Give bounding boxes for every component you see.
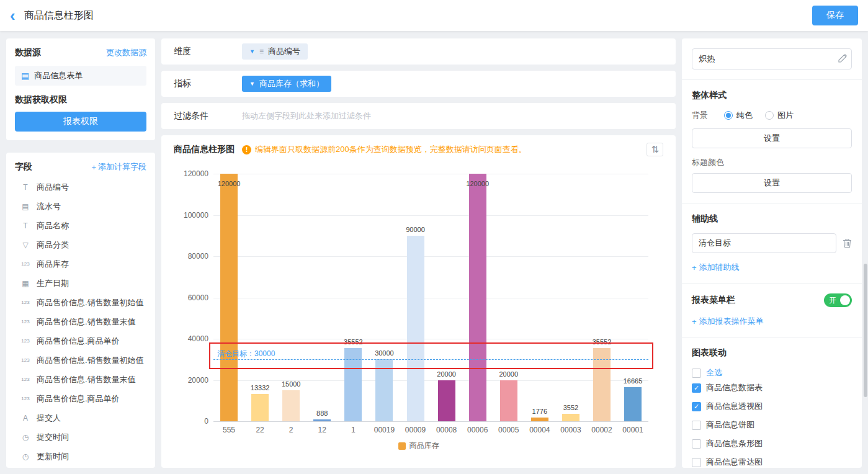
bar-slot: 1776 xyxy=(524,174,555,421)
dimension-tag[interactable]: ▼ ≡ 商品编号 xyxy=(242,43,308,60)
field-item[interactable]: 123商品售价信息.销售数量初始值 xyxy=(15,351,146,370)
metric-tag[interactable]: ▼ 商品库存（求和） xyxy=(242,76,331,92)
reference-line xyxy=(213,359,648,360)
select-all-checkbox[interactable] xyxy=(692,369,701,378)
bar-slot: 30000 xyxy=(369,174,400,421)
bg-image-radio[interactable]: 图片 xyxy=(765,110,794,121)
add-aux-line-link[interactable]: + 添加辅助线 xyxy=(692,262,740,273)
background-label: 背景 xyxy=(692,110,708,121)
trash-icon[interactable] xyxy=(843,238,852,248)
person-icon: A xyxy=(20,414,31,423)
number-icon: 123 xyxy=(20,357,31,363)
bar-22[interactable] xyxy=(251,394,269,421)
field-item[interactable]: 123商品售价信息.销售数量末值 xyxy=(15,312,146,331)
bar-00008[interactable] xyxy=(438,380,455,422)
checkbox-checked-icon[interactable]: ✓ xyxy=(692,383,701,393)
datasource-name: 商品信息表单 xyxy=(34,70,83,81)
field-item[interactable]: 123商品售价信息.商品单价 xyxy=(15,389,146,408)
bar-slot: 16665 xyxy=(617,174,648,421)
x-axis-tick: 00009 xyxy=(400,426,431,434)
date-icon: ▦ xyxy=(20,279,31,288)
bar-value-label: 30000 xyxy=(375,349,394,357)
title-color-label: 标题颜色 xyxy=(692,157,852,168)
sort-icon[interactable]: ⇅ xyxy=(647,143,663,156)
bar-00004[interactable] xyxy=(531,418,548,421)
field-item[interactable]: 123商品售价信息.销售数量末值 xyxy=(15,370,146,389)
fields-panel: 字段 + 添加计算字段 T商品编号▤流水号T商品名称▽商品分类123商品库存▦生… xyxy=(6,153,155,468)
bar-value-label: 13332 xyxy=(251,384,270,391)
number-icon: 123 xyxy=(20,338,31,344)
bg-solid-radio[interactable]: 纯色 xyxy=(724,110,753,121)
back-icon[interactable]: ‹ xyxy=(10,9,16,22)
radio-checked-icon xyxy=(724,111,733,120)
y-axis-tick: 80000 xyxy=(175,252,208,261)
title-color-set-button[interactable]: 设置 xyxy=(692,173,852,193)
field-item[interactable]: ▤流水号 xyxy=(15,197,146,216)
document-icon: ▤ xyxy=(21,71,29,81)
checkbox-checked-icon[interactable]: ✓ xyxy=(692,402,701,411)
add-calc-field-link[interactable]: + 添加计算字段 xyxy=(91,161,146,172)
field-label: 提交人 xyxy=(37,413,61,424)
bar-00001[interactable] xyxy=(624,387,642,421)
save-button[interactable]: 保存 xyxy=(812,6,858,25)
warning-icon: ! xyxy=(242,145,251,154)
field-item[interactable]: ▽商品分类 xyxy=(15,235,146,254)
chart-title-input[interactable] xyxy=(692,48,852,69)
plus-icon: + xyxy=(91,163,96,172)
checkbox-unchecked-icon[interactable] xyxy=(692,458,701,467)
bar-2[interactable] xyxy=(282,390,300,421)
field-item[interactable]: T商品编号 xyxy=(15,177,146,197)
field-label: 商品售价信息.商品单价 xyxy=(37,336,120,347)
x-axis-tick: 00008 xyxy=(431,426,462,434)
linkage-item[interactable]: 商品信息条形图 xyxy=(692,434,852,453)
field-item[interactable]: ◷提交时间 xyxy=(15,427,146,447)
field-item[interactable]: 123商品售价信息.销售数量初始值 xyxy=(15,293,146,312)
bar-slot: 15000 xyxy=(275,174,306,421)
x-axis-tick: 00004 xyxy=(524,426,555,434)
edit-icon[interactable] xyxy=(838,54,847,65)
page-scrollbar[interactable] xyxy=(864,264,867,397)
add-report-menu-link[interactable]: + 添加报表操作菜单 xyxy=(692,316,764,327)
bar-555[interactable] xyxy=(220,174,238,421)
field-item[interactable]: ◷更新时间 xyxy=(15,447,146,466)
filter-row[interactable]: 过滤条件 拖动左侧字段到此处来添加过滤条件 xyxy=(161,103,676,129)
checkbox-unchecked-icon[interactable] xyxy=(692,439,701,449)
field-label: 商品名称 xyxy=(37,220,69,231)
field-label: 商品编号 xyxy=(37,182,69,193)
linkage-item[interactable]: 商品信息饼图 xyxy=(692,416,852,434)
linkage-item[interactable]: 商品信息雷达图 xyxy=(692,453,852,468)
bar-12[interactable] xyxy=(313,419,331,421)
bar-00003[interactable] xyxy=(562,414,579,421)
field-item[interactable]: ▦生产日期 xyxy=(15,274,146,293)
bar-00005[interactable] xyxy=(500,380,517,422)
report-permission-button[interactable]: 报表权限 xyxy=(15,112,146,132)
x-axis-tick: 00003 xyxy=(555,426,586,434)
bar-00006[interactable] xyxy=(469,174,486,421)
field-item[interactable]: A提交人 xyxy=(15,408,146,427)
aux-line-input[interactable] xyxy=(692,233,836,253)
main-content: 数据源 更改数据源 ▤ 商品信息表单 数据获取权限 报表权限 字段 + 添加计算… xyxy=(0,31,868,474)
x-axis-tick: 00002 xyxy=(586,426,617,434)
bar-value-label: 120000 xyxy=(466,180,489,187)
checkbox-unchecked-icon[interactable] xyxy=(692,421,701,430)
linkage-item-label: 商品信息透视图 xyxy=(706,401,763,412)
field-item[interactable]: T商品名称 xyxy=(15,216,146,235)
bar-00019[interactable] xyxy=(375,359,393,421)
bar-slot: 3552 xyxy=(555,174,586,421)
x-axis-tick: 22 xyxy=(244,426,275,434)
field-item[interactable]: 123商品库存 xyxy=(15,254,146,274)
linkage-item[interactable]: ✓商品信息透视图 xyxy=(692,397,852,416)
chart-legend[interactable]: 商品库存 xyxy=(174,440,663,451)
linkage-item[interactable]: ✓商品信息数据表 xyxy=(692,378,852,397)
background-set-button[interactable]: 设置 xyxy=(692,128,852,148)
change-datasource-link[interactable]: 更改数据源 xyxy=(106,47,146,58)
field-item[interactable]: 123商品售价信息.商品单价 xyxy=(15,331,146,351)
report-menu-toggle[interactable]: 开 xyxy=(824,293,852,307)
datasource-panel: 数据源 更改数据源 ▤ 商品信息表单 数据获取权限 报表权限 xyxy=(6,38,155,140)
center-column: 维度 ▼ ≡ 商品编号 指标 ▼ 商品库存（求和） 过滤条件 拖动左侧字段到此处… xyxy=(161,38,676,468)
select-all-link[interactable]: 全选 xyxy=(706,367,722,378)
bar-00009[interactable] xyxy=(407,236,424,421)
time-icon: ◷ xyxy=(20,433,31,442)
datasource-item[interactable]: ▤ 商品信息表单 xyxy=(15,66,146,86)
toggle-knob xyxy=(840,295,850,305)
